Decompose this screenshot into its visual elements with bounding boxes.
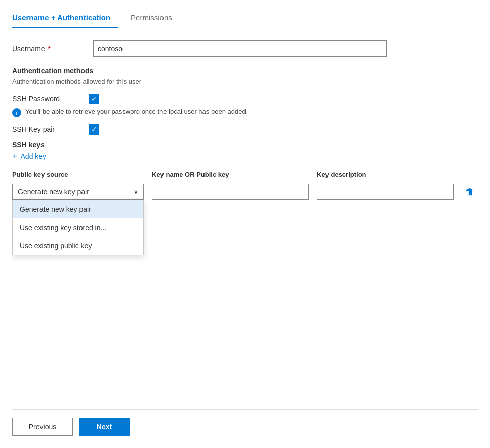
add-key-row[interactable]: + Add key: [12, 152, 478, 161]
username-input[interactable]: [93, 40, 387, 57]
ssh-password-label: SSH Password: [12, 95, 83, 103]
auth-methods-subtext: Authentication methods allowed for this …: [12, 78, 478, 85]
add-key-label: Add key: [21, 152, 47, 160]
col-source-header: Public key source: [12, 171, 144, 178]
source-dropdown-button[interactable]: Generate new key pair ∨: [12, 184, 144, 200]
source-dropdown-value: Generate new key pair: [18, 188, 89, 196]
info-row: i You'll be able to retrieve your passwo…: [12, 108, 478, 117]
footer: Previous Next: [12, 409, 478, 440]
previous-button[interactable]: Previous: [12, 418, 73, 436]
ssh-password-checkbox[interactable]: ✓: [89, 94, 99, 104]
info-message: You'll be able to retrieve your password…: [25, 108, 248, 115]
tab-username-authentication[interactable]: Username + Authentication: [12, 8, 118, 28]
auth-methods-heading: Authentication methods: [12, 67, 478, 75]
key-name-input[interactable]: [152, 184, 309, 200]
table-row: Generate new key pair ∨ Generate new key…: [12, 184, 478, 200]
ssh-keys-heading: SSH keys: [12, 141, 478, 149]
username-row: Username *: [12, 40, 478, 57]
content-area: Username * Authentication methods Authen…: [12, 40, 478, 409]
ssh-keypair-row: SSH Key pair ✓: [12, 124, 478, 135]
info-icon: i: [12, 108, 21, 117]
delete-row-button[interactable]: 🗑: [462, 184, 478, 200]
next-button[interactable]: Next: [79, 418, 130, 436]
ssh-keypair-checkbox[interactable]: ✓: [89, 124, 99, 135]
required-star: *: [48, 44, 50, 53]
key-desc-input[interactable]: [317, 184, 454, 200]
tab-permissions[interactable]: Permissions: [131, 8, 180, 28]
delete-icon: 🗑: [465, 187, 474, 197]
dropdown-option-existing-stored[interactable]: Use existing key stored in...: [13, 218, 143, 237]
dropdown-option-generate[interactable]: Generate new key pair: [13, 200, 143, 218]
ssh-password-row: SSH Password ✓: [12, 94, 478, 104]
col-desc-header: Key description: [317, 171, 478, 178]
chevron-down-icon: ∨: [134, 188, 138, 195]
plus-icon: +: [12, 152, 18, 161]
tab-bar: Username + Authentication Permissions: [12, 8, 478, 28]
check-icon-2: ✓: [91, 126, 97, 133]
check-icon: ✓: [91, 95, 97, 102]
table-headers: Public key source Key name OR Public key…: [12, 171, 478, 178]
source-dropdown-wrapper: Generate new key pair ∨ Generate new key…: [12, 184, 144, 200]
source-dropdown-menu: Generate new key pair Use existing key s…: [12, 200, 144, 255]
col-keyname-header: Key name OR Public key: [152, 171, 309, 178]
ssh-keys-section: SSH keys + Add key Public key source Key…: [12, 141, 478, 200]
ssh-keypair-label: SSH Key pair: [12, 125, 83, 133]
dropdown-option-existing-public[interactable]: Use existing public key: [13, 237, 143, 255]
username-label: Username *: [12, 44, 93, 53]
